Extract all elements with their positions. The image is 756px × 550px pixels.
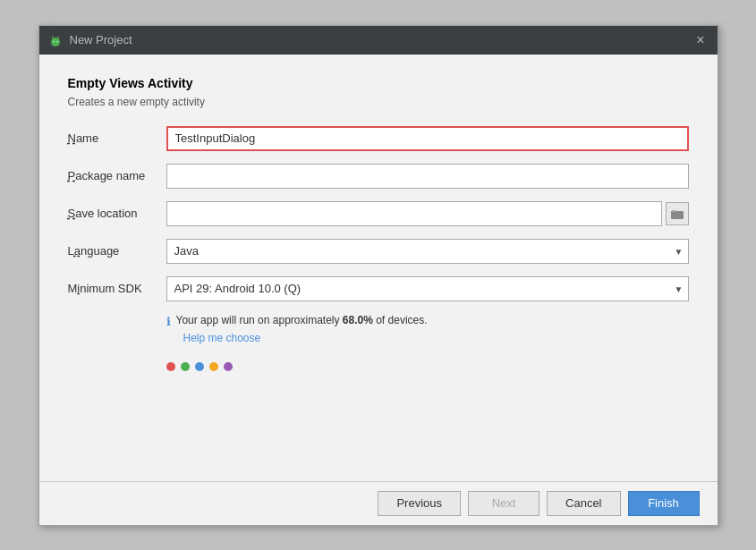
minimum-sdk-select-wrapper: API 29: Android 10.0 (Q) API 28: Android… <box>166 276 689 301</box>
cancel-button[interactable]: Cancel <box>547 491 620 516</box>
section-title: Empty Views Activity <box>68 76 689 90</box>
language-label: Language <box>68 244 166 258</box>
name-input[interactable] <box>166 126 689 151</box>
minimum-sdk-label: Minimum SDK <box>68 282 166 295</box>
folder-icon <box>671 208 684 219</box>
name-label: Name <box>68 131 166 145</box>
dialog-title: New Project <box>70 33 132 47</box>
package-name-row: Package name com.example.testinputdialog <box>68 164 689 189</box>
package-name-label: Package name <box>68 169 166 182</box>
save-location-input[interactable]: E:\AndroidStudioProjects\TestInputDialog <box>166 201 662 226</box>
dialog-content: Empty Views Activity Creates a new empty… <box>39 55 718 481</box>
package-name-input[interactable]: com.example.testinputdialog <box>166 164 689 189</box>
save-location-input-group: E:\AndroidStudioProjects\TestInputDialog <box>166 201 689 226</box>
browse-folder-button[interactable] <box>666 202 689 225</box>
progress-dot-1 <box>166 362 175 371</box>
new-project-dialog: New Project × Empty Views Activity Creat… <box>38 25 718 526</box>
progress-dot-3 <box>195 362 204 371</box>
help-me-choose-link[interactable]: Help me choose <box>183 332 689 344</box>
progress-dot-4 <box>209 362 218 371</box>
name-row: Name <box>68 126 689 151</box>
language-select-wrapper: Java Kotlin ▼ <box>166 239 689 264</box>
name-input-wrapper <box>166 126 689 151</box>
previous-button[interactable]: Previous <box>378 491 461 516</box>
svg-rect-8 <box>672 210 676 212</box>
minimum-sdk-select[interactable]: API 29: Android 10.0 (Q) API 28: Android… <box>166 276 689 301</box>
svg-rect-1 <box>52 39 59 45</box>
svg-point-5 <box>56 40 57 41</box>
svg-point-4 <box>53 40 54 41</box>
dialog-footer: Previous Next Cancel Finish <box>39 481 718 525</box>
language-row: Language Java Kotlin ▼ <box>68 239 689 264</box>
next-button[interactable]: Next <box>468 491 539 516</box>
section-subtitle: Creates a new empty activity <box>68 96 689 108</box>
language-select[interactable]: Java Kotlin <box>166 239 689 264</box>
info-message: Your app will run on approximately 68.0%… <box>176 314 428 326</box>
android-icon <box>48 33 63 47</box>
info-icon: ℹ <box>166 315 171 328</box>
progress-dot-2 <box>181 362 190 371</box>
save-location-label: Save location <box>68 207 166 220</box>
close-button[interactable]: × <box>692 33 708 47</box>
save-location-row: Save location E:\AndroidStudioProjects\T… <box>68 201 689 226</box>
title-bar-left: New Project <box>48 33 132 47</box>
finish-button[interactable]: Finish <box>628 491 700 516</box>
minimum-sdk-row: Minimum SDK API 29: Android 10.0 (Q) API… <box>68 276 689 301</box>
progress-dots <box>166 362 689 371</box>
title-bar: New Project × <box>39 26 718 55</box>
info-section: ℹ Your app will run on approximately 68.… <box>166 314 689 344</box>
progress-dot-5 <box>224 362 233 371</box>
info-row: ℹ Your app will run on approximately 68.… <box>166 314 689 328</box>
